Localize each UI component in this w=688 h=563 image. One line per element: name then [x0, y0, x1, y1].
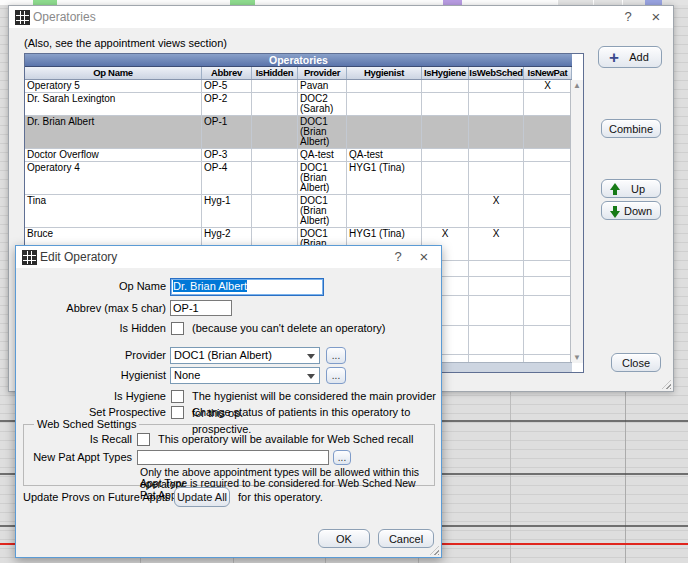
- cell-abbrev: OP-2: [202, 93, 252, 115]
- column-header-op-name: Op Name: [25, 67, 202, 79]
- table-banner: Operatories: [25, 54, 572, 67]
- help-button[interactable]: ?: [615, 6, 641, 28]
- vertical-scrollbar[interactable]: ▲ ▼: [570, 80, 583, 363]
- help-button[interactable]: ?: [385, 246, 411, 268]
- new-pat-appt-types-more-button[interactable]: ...: [333, 450, 351, 465]
- window-title: Operatories: [33, 10, 96, 24]
- table-row[interactable]: Dr. Sarah LexingtonOP-2DOC2 (Sarah): [25, 93, 572, 116]
- cell-empty: [524, 296, 572, 325]
- cell-hygienist: QA-test: [347, 149, 422, 161]
- cell-abbrev: Hyg-1: [202, 195, 252, 227]
- cell-provider: DOC1 (Brian Albert): [298, 162, 347, 194]
- cell-op-name: Operatory 4: [25, 162, 202, 194]
- provider-dropdown[interactable]: DOC1 (Brian Albert): [170, 347, 320, 364]
- is-hygiene-checkbox[interactable]: [171, 390, 184, 403]
- op-name-input[interactable]: Dr. Brian Albert: [170, 278, 324, 296]
- is-hygiene-label: Is Hygiene: [16, 388, 166, 405]
- scroll-down-icon[interactable]: ▼: [571, 352, 583, 363]
- set-prospective-checkbox[interactable]: [171, 406, 184, 419]
- new-pat-appt-types-label: New Pat Appt Types: [24, 449, 132, 466]
- cell-is-web-sched: [469, 80, 524, 92]
- cell-is-hidden: [252, 116, 298, 148]
- cell-op-name: Tina: [25, 195, 202, 227]
- cell-provider: DOC2 (Sarah): [298, 93, 347, 115]
- table-row[interactable]: Doctor OverflowOP-3QA-testQA-test: [25, 149, 572, 162]
- cancel-button[interactable]: Cancel: [378, 529, 434, 548]
- screen: { "background": { "red_timeline_color": …: [0, 0, 688, 563]
- cell-provider: Pavan: [298, 80, 347, 92]
- edit-app-icon: [22, 250, 37, 265]
- cell-is-hygiene: [422, 162, 469, 194]
- cell-hygienist: [347, 93, 422, 115]
- cell-abbrev: OP-3: [202, 149, 252, 161]
- op-name-label: Op Name: [16, 278, 166, 295]
- cell-is-web-sched: [469, 93, 524, 115]
- close-icon[interactable]: ×: [643, 6, 669, 28]
- cell-abbrev: OP-4: [202, 162, 252, 194]
- cell-is-web-sched: X: [469, 195, 524, 227]
- cell-hygienist: [347, 195, 422, 227]
- provider-more-button[interactable]: ...: [326, 347, 346, 364]
- cell-is-hygiene: [422, 149, 469, 161]
- is-hidden-note: (because you can't delete an operatory): [192, 320, 386, 337]
- cell-empty: [469, 277, 524, 295]
- cell-abbrev: OP-5: [202, 80, 252, 92]
- cell-is-hidden: [252, 162, 298, 194]
- table-row[interactable]: TinaHyg-1DOC1 (Brian Albert)X: [25, 195, 572, 228]
- close-button[interactable]: Close: [611, 353, 661, 372]
- cell-is-hidden: [252, 93, 298, 115]
- cell-abbrev: OP-1: [202, 116, 252, 148]
- cell-op-name: Doctor Overflow: [25, 149, 202, 161]
- close-icon[interactable]: ×: [411, 246, 437, 268]
- cell-is-hidden: [252, 80, 298, 92]
- web-sched-settings-label: Web Sched Settings: [34, 418, 139, 430]
- cell-is-new-pat: [524, 195, 572, 227]
- cell-op-name: Dr. Brian Albert: [25, 116, 202, 148]
- add-button[interactable]: + Add: [598, 46, 662, 68]
- update-provs-suffix: for this operatory.: [238, 489, 323, 506]
- cell-is-web-sched: [469, 162, 524, 194]
- column-header-provider: Provider: [298, 67, 347, 79]
- cell-is-web-sched: [469, 116, 524, 148]
- up-button[interactable]: Up: [601, 179, 661, 198]
- cell-provider: DOC1 (Brian Albert): [298, 116, 347, 148]
- scroll-up-icon[interactable]: ▲: [571, 80, 583, 91]
- table-row[interactable]: Operatory 4OP-4DOC1 (Brian Albert)HYG1 (…: [25, 162, 572, 195]
- hygienist-label: Hygienist: [16, 367, 166, 384]
- cell-provider: DOC1 (Brian Albert): [298, 195, 347, 227]
- down-button[interactable]: Down: [601, 201, 661, 220]
- table-row[interactable]: Operatory 5OP-5PavanX: [25, 80, 572, 93]
- hygienist-more-button[interactable]: ...: [326, 367, 346, 384]
- combine-button[interactable]: Combine: [601, 119, 661, 138]
- chevron-down-icon: [307, 374, 315, 379]
- cell-is-new-pat: [524, 116, 572, 148]
- column-header-abbrev: Abbrev: [202, 67, 252, 79]
- ok-button[interactable]: OK: [318, 529, 370, 548]
- cell-op-name: Dr. Sarah Lexington: [25, 93, 202, 115]
- cell-is-web-sched: X: [469, 228, 524, 260]
- cell-is-new-pat: X: [524, 80, 572, 92]
- cell-hygienist: [347, 116, 422, 148]
- cell-is-hidden: [252, 195, 298, 227]
- operatories-titlebar[interactable]: Operatories ? ×: [9, 6, 673, 28]
- update-all-button[interactable]: Update All: [174, 487, 230, 507]
- web-sched-settings-group: Web Sched Settings Is Recall This operat…: [23, 424, 435, 486]
- resize-grip[interactable]: [430, 546, 439, 555]
- cell-is-web-sched: [469, 149, 524, 161]
- cell-provider: QA-test: [298, 149, 347, 161]
- cell-is-hygiene: [422, 93, 469, 115]
- update-provs-label: Update Provs on Future Appts: [23, 489, 170, 506]
- is-recall-checkbox[interactable]: [137, 433, 150, 446]
- column-header-is-new-pat: IsNewPat: [524, 67, 572, 79]
- appointment-views-note: (Also, see the appointment views section…: [24, 37, 227, 49]
- cell-is-new-pat: [524, 162, 572, 194]
- edit-titlebar[interactable]: Edit Operatory ? ×: [16, 246, 441, 268]
- new-pat-appt-types-input[interactable]: [137, 450, 329, 465]
- resize-grip[interactable]: [662, 380, 671, 389]
- table-row[interactable]: Dr. Brian AlbertOP-1DOC1 (Brian Albert): [25, 116, 572, 149]
- hygienist-dropdown[interactable]: None: [170, 367, 320, 384]
- abbrev-input[interactable]: OP-1: [170, 300, 232, 316]
- cell-empty: [524, 261, 572, 276]
- cell-hygienist: [347, 80, 422, 92]
- is-hidden-checkbox[interactable]: [171, 322, 184, 335]
